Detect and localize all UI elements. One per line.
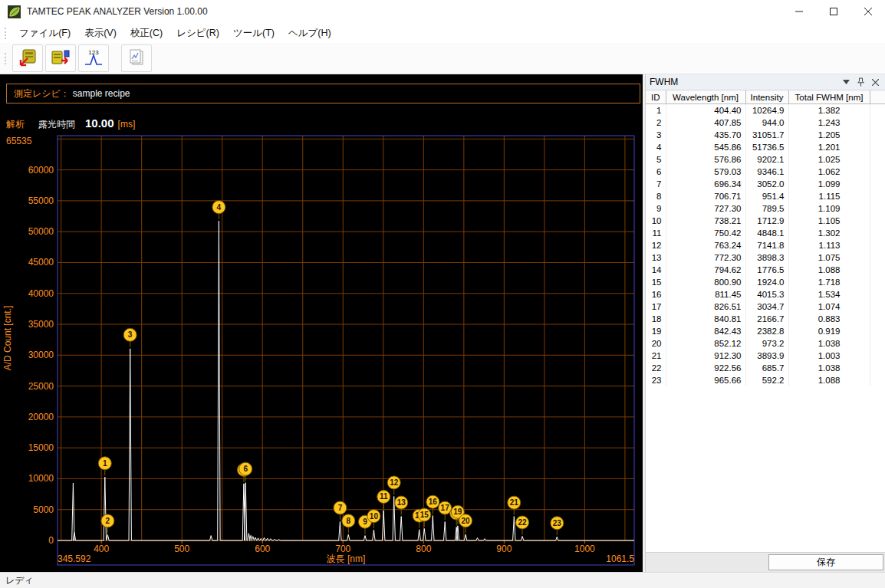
svg-text:15000: 15000 <box>28 442 54 453</box>
table-row[interactable]: 7696.343052.01.099 <box>646 178 885 190</box>
maximize-button[interactable] <box>816 0 850 23</box>
svg-text:55000: 55000 <box>28 195 54 206</box>
svg-text:50000: 50000 <box>28 226 54 237</box>
table-row[interactable]: 4545.8651736.51.201 <box>646 141 885 153</box>
window-title: TAMTEC PEAK ANALYZER Version 1.00.00 <box>27 6 208 17</box>
table-row[interactable]: 9727.30789.51.109 <box>646 202 885 215</box>
table-row[interactable]: 3435.7031051.71.205 <box>646 129 885 141</box>
table-row[interactable]: 11750.424848.11.302 <box>646 227 885 239</box>
load-recipe-button[interactable] <box>12 44 43 72</box>
table-row[interactable]: 14794.621776.51.088 <box>646 264 885 276</box>
menu-help[interactable]: ヘルプ(H) <box>281 24 338 43</box>
svg-text:9: 9 <box>363 517 367 526</box>
peak-number-button[interactable]: 123 <box>78 44 109 72</box>
table-row[interactable]: 12763.247141.81.113 <box>646 239 885 251</box>
svg-text:15: 15 <box>420 511 429 519</box>
fwhm-table-body: 1404.4010264.91.3822407.85944.01.2433435… <box>646 104 885 387</box>
svg-text:19: 19 <box>453 508 462 516</box>
table-row[interactable]: 22922.56685.71.038 <box>646 362 885 374</box>
save-measure-icon <box>51 48 71 68</box>
save-measure-button[interactable] <box>45 44 76 72</box>
table-row[interactable]: 23965.66592.21.088 <box>646 374 885 386</box>
table-row[interactable]: 18840.812166.70.883 <box>646 313 885 325</box>
panel-pin-button[interactable] <box>854 76 867 88</box>
panel-close-button[interactable] <box>869 76 881 88</box>
spectrum-plot[interactable]: 4005006007008009001000050001000015000200… <box>0 74 643 572</box>
menu-view[interactable]: 表示(V) <box>77 24 123 43</box>
table-row[interactable]: 15800.901924.01.718 <box>646 276 885 288</box>
svg-text:345.592: 345.592 <box>58 554 91 564</box>
table-row[interactable]: 16811.454015.31.534 <box>646 288 885 301</box>
table-row[interactable]: 13772.303898.31.075 <box>646 251 885 264</box>
menu-calibration[interactable]: 校正(C) <box>123 24 169 43</box>
svg-text:8: 8 <box>347 517 351 525</box>
svg-text:900: 900 <box>496 544 512 554</box>
menu-tools[interactable]: ツール(T) <box>226 24 281 43</box>
svg-text:17: 17 <box>441 504 450 512</box>
app-icon <box>8 5 21 18</box>
maximize-icon <box>830 8 837 15</box>
svg-text:16: 16 <box>429 498 438 506</box>
svg-text:20000: 20000 <box>28 412 54 422</box>
save-button[interactable]: 保存 <box>768 554 883 570</box>
chevron-down-icon <box>843 80 850 84</box>
panel-footer: 保存 <box>646 552 885 572</box>
status-text: レディ <box>5 574 34 587</box>
fwhm-table-header-row: ID Wavelength [nm] Intensity Total FWHM … <box>646 90 885 104</box>
svg-text:13: 13 <box>397 498 406 507</box>
svg-text:40000: 40000 <box>28 288 54 299</box>
table-row[interactable]: 6579.039346.11.062 <box>646 166 885 178</box>
svg-text:12: 12 <box>390 478 399 487</box>
col-total-fwhm[interactable]: Total FWHM [nm] <box>788 90 870 104</box>
load-recipe-icon <box>18 48 38 68</box>
menubar-grip[interactable] <box>5 28 8 39</box>
svg-text:35000: 35000 <box>28 319 54 330</box>
svg-text:22: 22 <box>518 518 527 527</box>
table-row[interactable]: 5576.869202.11.025 <box>646 153 885 166</box>
svg-text:400: 400 <box>94 544 109 554</box>
minimize-icon <box>795 8 803 15</box>
minimize-button[interactable] <box>781 0 816 23</box>
svg-text:7: 7 <box>338 504 343 512</box>
menu-recipe[interactable]: レシピ(R) <box>169 24 226 43</box>
toolbar-grip[interactable] <box>5 53 8 64</box>
col-id[interactable]: ID <box>646 90 666 104</box>
svg-text:500: 500 <box>174 544 189 554</box>
exposure-unit: [ms] <box>118 119 136 130</box>
recipe-box: 測定レシピ： sample recipe <box>6 84 640 103</box>
col-wavelength[interactable]: Wavelength [nm] <box>666 90 745 104</box>
col-stub <box>870 90 885 104</box>
copy-report-button[interactable] <box>121 44 152 72</box>
table-row[interactable]: 21912.303893.91.003 <box>646 350 885 362</box>
table-row[interactable]: 1404.4010264.91.382 <box>646 104 885 117</box>
svg-text:11: 11 <box>380 492 388 501</box>
table-row[interactable]: 8706.71951.41.115 <box>646 190 885 202</box>
svg-text:波長 [nm]: 波長 [nm] <box>327 554 366 564</box>
table-row[interactable]: 17826.513034.71.074 <box>646 301 885 313</box>
svg-text:10: 10 <box>370 512 379 521</box>
table-row[interactable]: 10738.211712.91.105 <box>646 215 885 227</box>
svg-text:700: 700 <box>335 544 350 554</box>
svg-text:4: 4 <box>217 203 222 212</box>
close-icon <box>864 8 872 15</box>
close-button[interactable] <box>850 0 885 23</box>
menu-file[interactable]: ファイル(F) <box>12 24 77 43</box>
svg-text:A/D Count [cnt.]: A/D Count [cnt.] <box>2 306 13 371</box>
svg-text:1000: 1000 <box>574 544 595 554</box>
col-intensity[interactable]: Intensity <box>745 90 788 104</box>
svg-text:20: 20 <box>462 517 471 525</box>
panel-menu-button[interactable] <box>840 76 852 88</box>
pin-icon <box>857 77 865 87</box>
svg-text:800: 800 <box>416 544 431 554</box>
svg-text:30000: 30000 <box>28 350 54 360</box>
svg-text:21: 21 <box>510 498 519 507</box>
table-row[interactable]: 19842.432382.80.919 <box>646 325 885 337</box>
table-row[interactable]: 2407.85944.01.243 <box>646 117 885 129</box>
svg-text:25000: 25000 <box>28 381 54 392</box>
analysis-mode-label: 解析 <box>6 118 25 131</box>
fwhm-panel-title: FWHM <box>650 77 678 87</box>
table-row[interactable]: 20852.12973.21.038 <box>646 337 885 350</box>
svg-text:1061.5: 1061.5 <box>606 554 634 564</box>
panel-close-icon <box>872 79 879 86</box>
title-bar: TAMTEC PEAK ANALYZER Version 1.00.00 <box>0 0 885 23</box>
